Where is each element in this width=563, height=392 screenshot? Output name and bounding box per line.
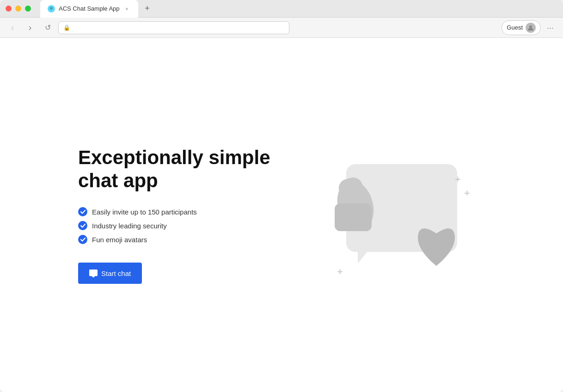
- address-bar[interactable]: 🔒: [58, 21, 289, 34]
- hero-svg: + + +: [291, 127, 485, 303]
- minimize-window-button[interactable]: [15, 6, 21, 12]
- more-options-button[interactable]: ···: [544, 21, 557, 35]
- refresh-button[interactable]: ↺: [41, 21, 55, 35]
- plus-icon-1: +: [455, 173, 461, 185]
- title-bar: ⚛ ACS Chat Sample App × +: [0, 0, 563, 18]
- traffic-lights: [6, 6, 31, 12]
- maximize-window-button[interactable]: [25, 6, 31, 12]
- hero-illustration: + + +: [291, 127, 485, 303]
- hero-title: Exceptionally simple chat app: [78, 146, 270, 193]
- tab-close-button[interactable]: ×: [123, 5, 131, 12]
- feature-text-2: Industry leading security: [92, 222, 167, 230]
- plus-icon-3: +: [337, 266, 343, 277]
- hero-section: Exceptionally simple chat app Easily inv…: [50, 127, 513, 303]
- start-chat-label: Start chat: [101, 270, 131, 277]
- hero-left: Exceptionally simple chat app Easily inv…: [78, 146, 270, 284]
- feature-item-3: Fun emoji avatars: [78, 235, 270, 244]
- guest-profile-button[interactable]: Guest: [502, 20, 541, 35]
- back-button[interactable]: ‹: [6, 21, 19, 35]
- feature-item-2: Industry leading security: [78, 221, 270, 230]
- check-icon-2: [78, 221, 87, 230]
- forward-button[interactable]: ›: [23, 21, 37, 35]
- guest-avatar: [526, 23, 536, 33]
- chat-icon: [89, 269, 98, 277]
- lock-icon: 🔒: [63, 24, 70, 31]
- plus-icon-2: +: [464, 187, 470, 199]
- browser-window: ⚛ ACS Chat Sample App × + ‹ › ↺ 🔒 Guest: [0, 0, 563, 392]
- check-icon-1: [78, 207, 87, 216]
- svg-marker-2: [358, 252, 367, 263]
- toolbar: ‹ › ↺ 🔒 Guest ···: [0, 18, 563, 38]
- feature-text-1: Easily invite up to 150 participants: [92, 208, 197, 216]
- tab-title: ACS Chat Sample App: [59, 5, 120, 12]
- profile-area: Guest ···: [502, 20, 557, 35]
- active-tab[interactable]: ⚛ ACS Chat Sample App ×: [40, 0, 138, 18]
- close-window-button[interactable]: [6, 6, 12, 12]
- guest-label: Guest: [507, 24, 523, 31]
- start-chat-button[interactable]: Start chat: [78, 263, 142, 284]
- hero-title-line1: Exceptionally simple: [78, 147, 270, 168]
- hero-title-line2: chat app: [78, 170, 158, 191]
- feature-text-3: Fun emoji avatars: [92, 236, 147, 244]
- feature-item-1: Easily invite up to 150 participants: [78, 207, 270, 216]
- page-content: Exceptionally simple chat app Easily inv…: [0, 38, 563, 392]
- new-tab-button[interactable]: +: [140, 1, 155, 16]
- svg-rect-5: [335, 203, 372, 231]
- tab-favicon: ⚛: [48, 5, 55, 12]
- feature-list: Easily invite up to 150 participants Ind…: [78, 207, 270, 244]
- check-icon-3: [78, 235, 87, 244]
- tab-bar: ⚛ ACS Chat Sample App × +: [40, 0, 155, 18]
